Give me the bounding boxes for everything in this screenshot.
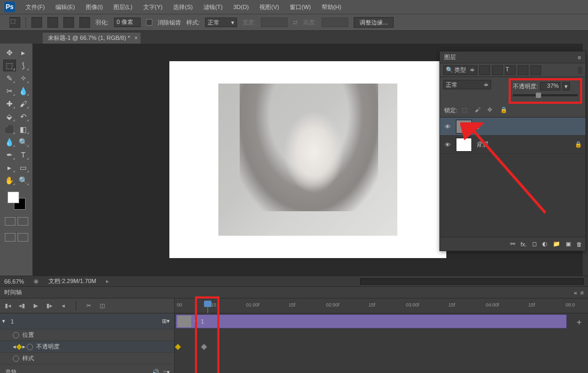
tool-preset-icon[interactable]: ⬚ [10,17,20,28]
subtract-selection-icon[interactable] [63,17,74,28]
visibility-icon[interactable]: 👁 [443,123,452,130]
opacity-input[interactable]: 37% [540,82,560,90]
screen-mode-icon[interactable] [5,233,15,242]
menu-layer[interactable]: 图层(L) [109,2,136,13]
stopwatch-icon[interactable] [13,332,19,338]
layer-group-icon[interactable]: 📁 [553,241,560,247]
eyedropper-tool[interactable]: 💧 [17,85,30,97]
property-style-row[interactable]: 样式 [0,353,174,364]
add-selection-icon[interactable] [47,17,58,28]
menu-3d[interactable]: 3D(D) [229,2,253,12]
new-layer-icon[interactable]: ▣ [566,241,571,247]
menu-edit[interactable]: 编辑(E) [51,2,79,13]
layer-row[interactable]: 👁 背景 🔒 [440,136,585,154]
menu-filter[interactable]: 滤镜(T) [199,2,227,13]
stopwatch-icon[interactable] [13,355,19,362]
filter-smart-icon[interactable] [530,65,541,75]
filter-type-icon[interactable]: T [505,65,516,75]
video-clip[interactable]: ▾ 1 [176,314,567,328]
eraser-tool[interactable]: ⬛ [3,123,16,135]
transition-button[interactable]: ◫ [99,302,106,310]
menu-select[interactable]: 选择(S) [169,2,197,13]
expand-icon[interactable]: ▾ [0,318,7,325]
menu-type[interactable]: 文字(Y) [139,2,167,13]
path-select-tool[interactable]: ▸ [3,162,16,173]
shape-tool[interactable]: ▭ [17,162,30,173]
screen-mode-2-icon[interactable] [18,233,28,242]
panel-menu-icon[interactable]: ≡ [581,289,584,296]
visibility-icon[interactable]: 👁 [443,142,452,148]
quickmask-mode-icon[interactable] [18,217,28,226]
menu-window[interactable]: 窗口(W) [285,2,315,13]
audio-track-row[interactable]: 音轨 🔊♫▾ [0,364,174,373]
lock-transparent-icon[interactable]: ⬚ [462,106,470,115]
layer-row[interactable]: 👁 1 [440,118,585,136]
opacity-dropdown-icon[interactable]: ▾ [562,82,570,90]
healing-tool[interactable]: ✚ [3,98,16,110]
type-tool[interactable]: T [17,149,30,161]
goto-first-frame-button[interactable]: ▮◂ [4,302,12,310]
layers-tab-title[interactable]: 图层 [444,53,456,61]
next-frame-button[interactable]: ▮▸ [46,302,53,310]
clone-tool[interactable]: ⬙ [3,111,16,122]
move-tool[interactable]: ✥ [3,47,16,59]
next-keyframe-icon[interactable]: ▸ [22,343,26,350]
panel-menu-icon[interactable]: ≡ [578,54,581,61]
new-selection-icon[interactable] [31,17,42,28]
zoom-level[interactable]: 66.67% [4,278,24,285]
prev-frame-button[interactable]: ◂▮ [18,302,26,310]
keyframe-marker[interactable] [175,344,181,350]
menu-view[interactable]: 视图(V) [255,2,283,13]
lock-all-icon[interactable]: 🔒 [500,106,509,115]
layer-fx-icon[interactable]: fx. [520,241,527,247]
opacity-keyframe-track[interactable] [175,341,588,353]
keyframe-diamond-icon[interactable] [16,344,22,350]
timeline-ruler[interactable]: 00 15 01:00f 15f 02:00f 15f 03:00f 15f 0… [175,299,588,313]
history-brush-tool[interactable]: ↶ [17,111,30,122]
marquee-tool[interactable]: ⬚ [3,60,16,71]
panel-collapse-icon[interactable]: « [574,289,577,296]
filter-toggle[interactable] [578,67,582,74]
menu-help[interactable]: 帮助(H) [317,2,346,13]
filter-shape-icon[interactable] [518,65,528,75]
style-dropdown[interactable]: 正常▾ [205,18,237,27]
play-button[interactable]: ▶ [32,302,39,310]
layer-thumbnail[interactable] [456,120,472,134]
property-position-row[interactable]: 位置 [0,329,174,341]
color-swatches[interactable] [7,192,26,210]
refine-edge-button[interactable]: 调整边缘... [354,17,394,28]
opacity-slider[interactable] [513,94,578,96]
doc-indicator-icon[interactable]: ◉ [34,278,39,285]
close-tab-icon[interactable]: × [134,35,137,41]
hand-tool[interactable]: ✋ [3,175,16,186]
document-tab[interactable]: 未标题-1 @ 66.7% (1, RGB/8) * × [43,32,141,44]
menu-file[interactable]: 文件(F) [21,2,49,13]
antialias-checkbox[interactable] [146,19,152,26]
filter-pixel-icon[interactable] [479,65,490,75]
zoom-tool[interactable]: 🔍 [17,175,30,186]
brush-tool[interactable]: 🖌 [17,98,30,110]
add-media-button[interactable]: + [577,318,582,327]
feather-input[interactable]: 0 像素 [114,18,141,27]
adjustment-layer-icon[interactable]: ◐ [542,241,548,247]
artboard-tool[interactable]: ▸ [17,47,30,59]
link-layers-icon[interactable]: ⚯ [510,241,515,247]
menu-image[interactable]: 图像(I) [81,2,107,13]
horizontal-scrollbar[interactable] [360,278,584,285]
lasso-tool[interactable]: ⟆ [17,60,30,71]
audio-mute-button[interactable]: ◂ [60,302,67,310]
layer-mask-icon[interactable]: ◻ [532,241,537,247]
playhead[interactable] [204,301,211,307]
keyframe-marker[interactable] [201,344,207,350]
magic-wand-tool[interactable]: ✧ [17,72,30,84]
layer-name[interactable]: 1 [476,123,582,130]
blend-mode-dropdown[interactable]: 正常≑ [443,80,491,89]
layer-thumbnail[interactable] [456,138,472,152]
split-clip-button[interactable]: ✂ [85,302,92,310]
layer-name[interactable]: 背景 [476,140,575,148]
lock-position-icon[interactable]: ✥ [487,106,496,115]
speaker-icon[interactable]: 🔊 [152,369,159,373]
track-options-icon[interactable]: ⊞▾ [162,318,170,325]
blur-tool[interactable]: 💧 [3,136,16,148]
clip-expand-icon[interactable]: ▾ [191,318,201,325]
